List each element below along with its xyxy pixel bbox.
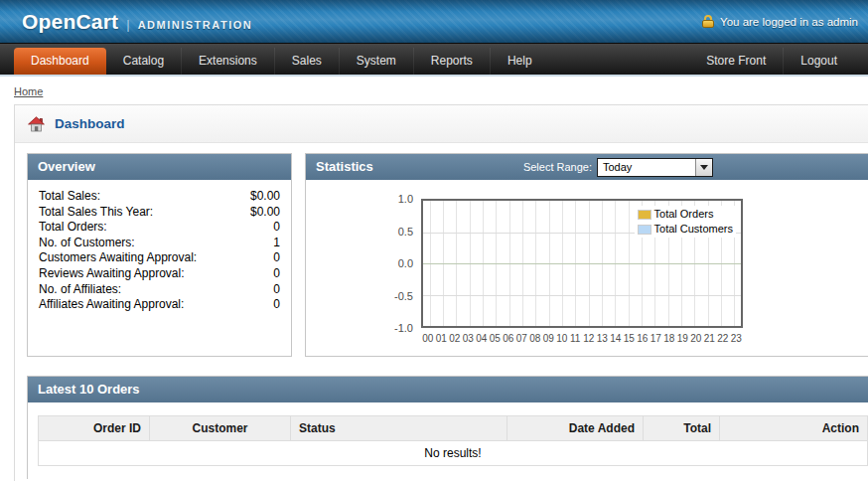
statistics-title: Statistics — [316, 159, 373, 174]
overview-row: No. of Affiliates:0 — [39, 282, 280, 298]
chart-x-tick: 07 — [515, 333, 529, 344]
nav-item-sales[interactable]: Sales — [274, 48, 339, 75]
legend-swatch — [638, 225, 651, 235]
overview-row-label: No. of Affiliates: — [39, 282, 121, 298]
chart-y-axis: 1.00.50.0-0.5-1.0 — [379, 199, 413, 332]
chart-legend: Total OrdersTotal Customers — [635, 206, 736, 238]
select-range-box: Select Range: Today — [523, 154, 713, 180]
chart-x-tick: 01 — [435, 333, 449, 344]
overview-row-value: 0 — [273, 250, 280, 266]
nav-item-system[interactable]: System — [339, 48, 413, 75]
nav-item-help[interactable]: Help — [490, 48, 549, 75]
legend-label: Total Customers — [654, 222, 733, 237]
select-range-label: Select Range: — [523, 154, 592, 180]
chart-x-tick: 15 — [623, 333, 637, 344]
overview-row: Customers Awaiting Approval:0 — [39, 250, 280, 266]
login-status-text: You are logged in as admin — [720, 16, 858, 28]
chart-x-tick: 17 — [650, 333, 663, 344]
chart-x-tick: 09 — [542, 333, 556, 344]
legend-swatch — [638, 210, 651, 220]
chart-x-tick: 12 — [582, 333, 596, 344]
overview-row-value: 1 — [273, 236, 280, 251]
content-box: Dashboard Overview Total Sales:$0.00Tota… — [14, 104, 868, 481]
chart-horizontal-gridline — [423, 263, 741, 264]
orders-table: Order IDCustomerStatusDate AddedTotalAct… — [38, 415, 868, 466]
nav-item-reports[interactable]: Reports — [413, 48, 490, 75]
overview-heading: Overview — [28, 154, 291, 180]
chart-y-tick: -1.0 — [379, 322, 413, 334]
overview-row-label: Customers Awaiting Approval: — [39, 250, 197, 266]
page-title: Dashboard — [55, 116, 125, 131]
nav-right: Store FrontLogout — [689, 44, 854, 75]
overview-row-label: Reviews Awaiting Approval: — [39, 266, 185, 282]
orders-column-action: Action — [720, 416, 868, 441]
orders-empty-row: No results! — [39, 441, 868, 466]
overview-row: Total Sales:$0.00 — [39, 189, 280, 205]
chart-y-tick: 1.0 — [379, 193, 413, 205]
overview-row: Affiliates Awaiting Approval:0 — [39, 297, 280, 313]
orders-column-date-added: Date Added — [507, 416, 644, 441]
statistics-panel: Statistics Select Range: Today 1.00.50.0… — [305, 153, 868, 357]
chart-x-tick: 20 — [689, 333, 703, 344]
latest-orders-heading: Latest 10 Orders — [28, 377, 868, 402]
latest-orders-panel: Latest 10 Orders Order IDCustomerStatusD… — [27, 376, 868, 479]
overview-row-value: $0.00 — [250, 205, 280, 221]
chart-x-tick: 23 — [730, 333, 744, 344]
chart-horizontal-gridline — [423, 295, 741, 296]
orders-table-header-row: Order IDCustomerStatusDate AddedTotalAct… — [39, 416, 868, 441]
chart-y-tick: 0.5 — [379, 226, 413, 238]
legend-label: Total Orders — [654, 207, 714, 222]
nav-item-logout[interactable]: Logout — [783, 48, 854, 75]
chart-x-tick: 03 — [462, 333, 476, 344]
nav-item-catalog[interactable]: Catalog — [106, 48, 181, 75]
overview-row: Reviews Awaiting Approval:0 — [39, 266, 280, 282]
chart-x-tick: 13 — [596, 333, 610, 344]
chart-x-tick: 08 — [528, 333, 542, 344]
overview-row-label: No. of Customers: — [39, 236, 135, 251]
chart-x-tick: 18 — [662, 333, 676, 344]
overview-body: Total Sales:$0.00Total Sales This Year:$… — [28, 180, 291, 322]
legend-entry-total-customers: Total Customers — [638, 222, 733, 237]
range-select[interactable]: Today — [597, 158, 713, 177]
orders-column-status: Status — [291, 416, 507, 441]
legend-entry-total-orders: Total Orders — [638, 207, 733, 222]
overview-row-label: Total Sales: — [39, 189, 100, 205]
home-icon — [28, 116, 45, 132]
nav-item-dashboard[interactable]: Dashboard — [14, 48, 106, 75]
orders-column-customer: Customer — [150, 416, 291, 441]
nav-item-store-front[interactable]: Store Front — [689, 48, 783, 75]
logo-text: OpenCart — [22, 10, 118, 34]
chart-x-tick: 11 — [569, 333, 583, 344]
overview-row-value: 0 — [273, 220, 280, 236]
chevron-down-icon — [700, 165, 708, 170]
chart-plot-area: Total OrdersTotal Customers — [421, 199, 743, 328]
nav-item-extensions[interactable]: Extensions — [181, 48, 274, 75]
overview-row-label: Total Orders: — [39, 220, 107, 236]
overview-panel: Overview Total Sales:$0.00Total Sales Th… — [27, 153, 292, 357]
chart-x-tick: 10 — [555, 333, 569, 344]
statistics-chart: 1.00.50.0-0.5-1.0 Total OrdersTotal Cust… — [379, 199, 757, 350]
overview-row-value: 0 — [273, 297, 280, 313]
chart-x-tick: 04 — [475, 333, 489, 344]
nav-left: DashboardCatalogExtensionsSalesSystemRep… — [14, 44, 549, 75]
overview-row-label: Total Sales This Year: — [39, 205, 153, 221]
chart-x-tick: 19 — [676, 333, 690, 344]
breadcrumb-home-link[interactable]: Home — [14, 85, 43, 97]
panel-row: Overview Total Sales:$0.00Total Sales Th… — [15, 143, 868, 357]
overview-row: Total Orders:0 — [39, 220, 280, 236]
overview-row-value: $0.00 — [250, 189, 280, 205]
opencart-logo: OpenCart | ADMINISTRATION — [22, 10, 252, 34]
chart-x-tick: 21 — [703, 333, 717, 344]
chart-y-tick: 0.0 — [379, 257, 413, 269]
orders-table-wrap: Order IDCustomerStatusDate AddedTotalAct… — [28, 402, 868, 466]
chart-x-tick: 02 — [448, 333, 462, 344]
lock-icon — [702, 15, 714, 28]
chart-y-tick: -0.5 — [379, 290, 413, 302]
range-select-button[interactable] — [695, 159, 712, 176]
orders-column-total: Total — [644, 416, 720, 441]
chart-x-tick: 05 — [489, 333, 503, 344]
login-status: You are logged in as admin — [702, 15, 858, 28]
app-header: OpenCart | ADMINISTRATION You are logged… — [0, 0, 868, 43]
overview-row-value: 0 — [273, 282, 280, 298]
overview-row-value: 0 — [273, 266, 280, 282]
